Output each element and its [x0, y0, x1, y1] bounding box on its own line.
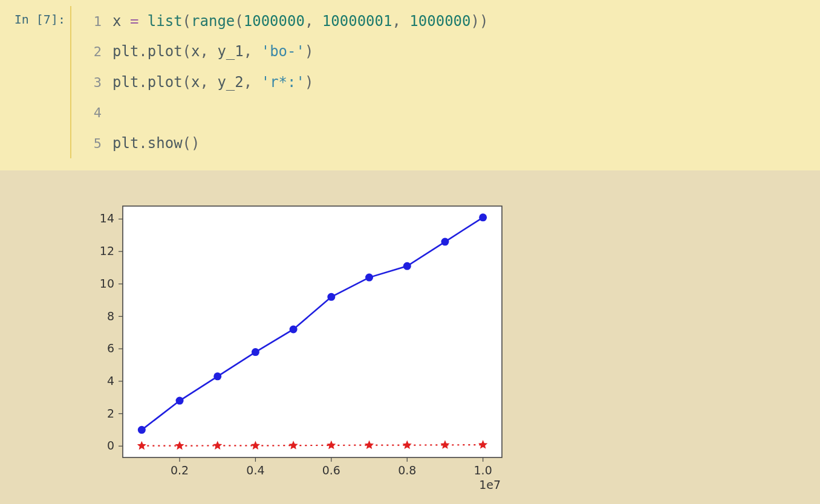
- code-source[interactable]: plt.show(): [112, 128, 200, 158]
- y-tick-label: 6: [107, 341, 114, 355]
- y-tick-label: 4: [107, 374, 114, 387]
- series-y1-marker: [138, 426, 146, 434]
- y-tick-label: 10: [100, 277, 114, 290]
- output-cell: 024681012140.20.40.60.81.01e7: [0, 170, 820, 497]
- series-y1-marker: [327, 293, 335, 301]
- input-prompt: In [7]:: [4, 6, 70, 158]
- y-tick-label: 8: [107, 309, 114, 322]
- code-line[interactable]: 3plt.plot(x, y_2, 'r*:'): [77, 67, 820, 97]
- line-number: 2: [77, 38, 112, 66]
- line-number: 1: [77, 8, 112, 36]
- x-tick-label: 0.6: [322, 464, 340, 477]
- x-offset-label: 1e7: [479, 478, 501, 491]
- code-source[interactable]: [112, 97, 121, 128]
- line-number: 5: [77, 130, 112, 158]
- series-y1-marker: [441, 237, 449, 245]
- y-tick-label: 0: [107, 439, 114, 452]
- series-y1-marker: [365, 274, 373, 282]
- code-source[interactable]: plt.plot(x, y_2, 'r*:'): [112, 67, 313, 97]
- code-source[interactable]: plt.plot(x, y_1, 'bo-'): [112, 36, 313, 66]
- y-tick-label: 2: [107, 406, 114, 419]
- series-y1-marker: [479, 213, 487, 221]
- line-number: 3: [77, 69, 112, 97]
- y-tick-label: 14: [100, 212, 114, 225]
- series-y1-marker: [252, 348, 259, 356]
- x-tick-label: 1.0: [474, 464, 492, 477]
- code-line[interactable]: 5plt.show(): [77, 128, 820, 158]
- x-tick-label: 0.4: [246, 464, 264, 477]
- series-y1-marker: [403, 262, 411, 270]
- y-tick-label: 12: [100, 244, 114, 257]
- code-cell: In [7]: 1x = list(range(1000000, 1000000…: [0, 0, 820, 170]
- code-editor[interactable]: 1x = list(range(1000000, 10000001, 10000…: [70, 6, 820, 158]
- series-y1-marker: [213, 372, 221, 380]
- line-number: 4: [77, 99, 112, 127]
- prompt-label: In [7]:: [15, 12, 65, 27]
- code-line[interactable]: 2plt.plot(x, y_1, 'bo-'): [77, 36, 820, 66]
- x-tick-label: 0.2: [171, 464, 189, 477]
- code-source[interactable]: x = list(range(1000000, 10000001, 100000…: [112, 6, 488, 36]
- series-y1-marker: [290, 325, 298, 333]
- x-tick-label: 0.8: [398, 464, 416, 477]
- series-y1-marker: [176, 397, 184, 405]
- code-line[interactable]: 4: [77, 97, 820, 128]
- matplotlib-figure: 024681012140.20.40.60.81.01e7: [71, 192, 519, 497]
- code-line[interactable]: 1x = list(range(1000000, 10000001, 10000…: [77, 6, 820, 36]
